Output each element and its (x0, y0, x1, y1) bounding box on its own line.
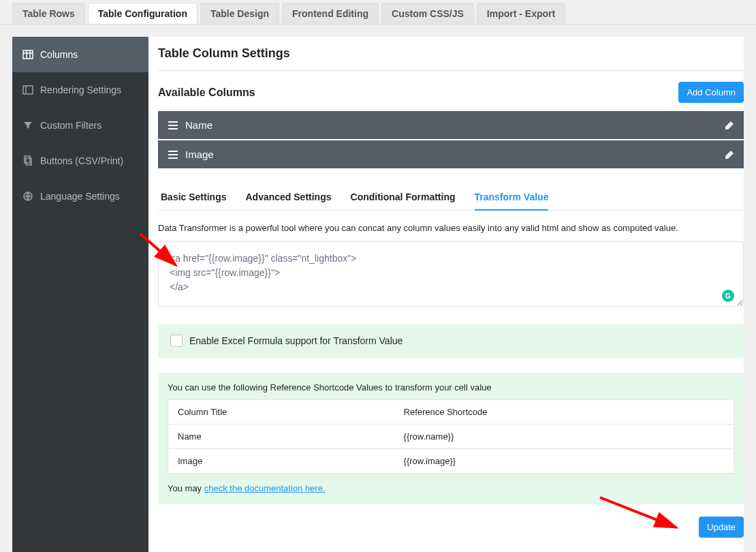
ref-col-short: {{row.image}} (394, 449, 734, 474)
excel-formula-panel: Enable Excel Formula support for Transfo… (158, 324, 744, 358)
excel-formula-label: Enable Excel Formula support for Transfo… (189, 335, 403, 346)
sidebar-item-buttons[interactable]: Buttons (CSV/Print) (12, 143, 148, 179)
subtab-conditional[interactable]: Conditional Formatting (351, 187, 456, 210)
tab-frontend-editing[interactable]: Frontend Editing (282, 3, 379, 24)
ref-header-short: Reference Shortcode (394, 400, 734, 425)
sidebar-item-filters[interactable]: Custom Filters (12, 108, 148, 143)
ref-col-title: Name (168, 425, 394, 449)
edit-icon[interactable] (725, 121, 734, 130)
sidebar-item-rendering[interactable]: Rendering Settings (12, 72, 148, 108)
drag-handle-icon[interactable] (168, 121, 178, 130)
sidebar-item-columns[interactable]: Columns (12, 37, 148, 72)
column-row[interactable]: Image (158, 140, 744, 168)
table-row: Name {{row.name}} (168, 425, 734, 449)
svg-rect-4 (23, 86, 33, 94)
tab-table-rows[interactable]: Table Rows (12, 3, 85, 24)
subtab-transform[interactable]: Transform Value (475, 187, 549, 211)
column-row[interactable]: Name (158, 111, 744, 139)
svg-rect-6 (25, 156, 30, 163)
available-columns-heading: Available Columns (158, 87, 255, 99)
tab-table-configuration[interactable]: Table Configuration (88, 3, 198, 24)
svg-rect-7 (26, 158, 31, 165)
reference-table: Column Title Reference Shortcode Name {{… (168, 399, 734, 474)
sidebar: Columns Rendering Settings Custom Filter… (12, 37, 148, 552)
sidebar-item-label: Language Settings (40, 191, 120, 202)
column-name: Image (185, 149, 725, 160)
sidebar-item-label: Custom Filters (40, 120, 101, 131)
doc-link[interactable]: check the documentation here. (204, 483, 326, 493)
sidebar-item-language[interactable]: Language Settings (12, 179, 148, 214)
tab-import-export[interactable]: Import - Export (477, 3, 565, 24)
column-name: Name (185, 119, 725, 131)
transform-value-panel: Data Transformer is a powerful tool wher… (158, 223, 744, 538)
update-button[interactable]: Update (699, 517, 744, 538)
sidebar-item-label: Buttons (CSV/Print) (40, 155, 123, 166)
grammarly-icon[interactable]: G (722, 290, 734, 302)
ref-header-col: Column Title (168, 400, 394, 425)
tab-table-design[interactable]: Table Design (200, 3, 279, 24)
sidebar-item-label: Columns (40, 49, 78, 60)
column-list: Name Image (158, 111, 744, 168)
language-icon (22, 191, 33, 202)
reference-shortcode-panel: You can use the following Reference Shor… (158, 373, 744, 504)
checkbox-icon[interactable] (170, 335, 183, 347)
drag-handle-icon[interactable] (168, 150, 178, 159)
content-panel: Table Column Settings Available Columns … (148, 37, 744, 552)
subtab-advanced[interactable]: Advanced Settings (245, 187, 331, 210)
add-column-button[interactable]: Add Column (678, 82, 744, 103)
transform-code-input[interactable] (158, 241, 744, 307)
tab-custom-css-js[interactable]: Custom CSS/JS (381, 3, 474, 24)
sidebar-item-label: Rendering Settings (40, 85, 121, 95)
copy-icon (22, 155, 33, 166)
reference-intro: You can use the following Reference Shor… (168, 382, 734, 393)
top-tab-bar: Table Rows Table Configuration Table Des… (0, 0, 756, 25)
ref-col-short: {{row.name}} (394, 425, 734, 449)
svg-rect-0 (23, 50, 33, 59)
subtab-basic[interactable]: Basic Settings (161, 187, 226, 210)
ref-col-title: Image (168, 449, 394, 474)
edit-icon[interactable] (725, 150, 734, 159)
transform-description: Data Transformer is a powerful tool wher… (158, 223, 744, 233)
rendering-icon (22, 85, 33, 95)
doc-note: You may check the documentation here. (168, 483, 734, 493)
excel-formula-toggle[interactable]: Enable Excel Formula support for Transfo… (170, 335, 731, 347)
columns-icon (22, 49, 33, 60)
page-title: Table Column Settings (158, 46, 744, 71)
table-row: Image {{row.image}} (168, 449, 734, 474)
column-subtabs: Basic Settings Advanced Settings Conditi… (158, 187, 744, 211)
filter-icon (22, 120, 33, 131)
